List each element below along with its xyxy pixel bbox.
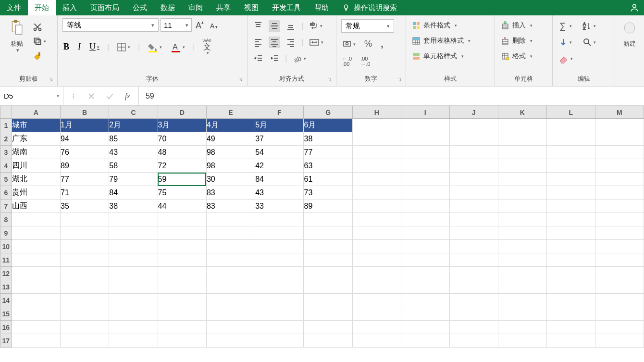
cell-I4[interactable] xyxy=(401,159,449,173)
cell-D8[interactable] xyxy=(158,213,206,226)
align-bottom-button[interactable] xyxy=(285,20,297,32)
cell-A6[interactable]: 贵州 xyxy=(12,186,60,200)
cell-K10[interactable] xyxy=(498,240,546,253)
cell-M11[interactable] xyxy=(595,253,644,267)
cell-L7[interactable] xyxy=(546,200,595,213)
confirm-edit-button[interactable] xyxy=(105,91,115,101)
increase-indent-button[interactable] xyxy=(269,53,280,64)
col-header-L[interactable]: L xyxy=(546,106,595,119)
cell-K12[interactable] xyxy=(498,267,546,280)
cell-M8[interactable] xyxy=(595,213,644,226)
cell-D3[interactable]: 48 xyxy=(158,146,206,159)
tab-layout[interactable]: 页面布局 xyxy=(84,0,126,15)
cell-K7[interactable] xyxy=(498,200,546,213)
cell-F9[interactable] xyxy=(255,226,304,240)
cell-F7[interactable]: 33 xyxy=(255,200,304,213)
font-name-select[interactable]: 等线 ▾ xyxy=(62,18,159,32)
decrease-font-button[interactable]: A▾ xyxy=(208,19,221,31)
account-button[interactable] xyxy=(625,0,644,15)
cell-C4[interactable]: 58 xyxy=(109,159,158,173)
cell-I11[interactable] xyxy=(401,253,449,267)
cell-B7[interactable]: 35 xyxy=(61,200,109,213)
cell-G4[interactable]: 63 xyxy=(304,159,352,173)
cell-K6[interactable] xyxy=(498,186,546,200)
cell-M5[interactable] xyxy=(595,173,644,186)
cell-K1[interactable] xyxy=(498,119,546,132)
cell-L16[interactable] xyxy=(546,321,595,334)
align-left-button[interactable] xyxy=(252,37,264,48)
autosum-button[interactable]: ∑ xyxy=(557,20,573,32)
cell-K14[interactable] xyxy=(498,294,546,307)
cell-H13[interactable] xyxy=(352,280,401,294)
number-format-select[interactable]: 常规 ▾ xyxy=(341,19,394,33)
cell-J12[interactable] xyxy=(449,267,498,280)
cell-I3[interactable] xyxy=(401,146,449,159)
cell-A4[interactable]: 四川 xyxy=(12,159,60,173)
orientation-button[interactable]: ab xyxy=(292,53,307,64)
cell-M7[interactable] xyxy=(595,200,644,213)
cell-I13[interactable] xyxy=(401,280,449,294)
format-as-table-button[interactable]: 套用表格格式 xyxy=(411,36,471,46)
cell-B9[interactable] xyxy=(61,226,109,240)
cell-L14[interactable] xyxy=(546,294,595,307)
row-header-10[interactable]: 10 xyxy=(0,240,12,253)
row-header-12[interactable]: 12 xyxy=(0,267,12,280)
cell-C6[interactable]: 84 xyxy=(109,186,158,200)
col-header-D[interactable]: D xyxy=(158,106,206,119)
cell-J2[interactable] xyxy=(449,132,498,146)
row-header-6[interactable]: 6 xyxy=(0,186,12,200)
tab-view[interactable]: 视图 xyxy=(237,0,265,15)
cell-M10[interactable] xyxy=(595,240,644,253)
cell-H11[interactable] xyxy=(352,253,401,267)
cell-H6[interactable] xyxy=(352,186,401,200)
cell-C10[interactable] xyxy=(109,240,158,253)
row-header-15[interactable]: 15 xyxy=(0,307,12,321)
name-box[interactable]: D5 ▾ xyxy=(0,87,63,105)
cell-M17[interactable] xyxy=(595,334,644,348)
cell-M6[interactable] xyxy=(595,186,644,200)
cell-G6[interactable]: 73 xyxy=(304,186,352,200)
col-header-K[interactable]: K xyxy=(498,106,546,119)
cell-A2[interactable]: 广东 xyxy=(12,132,60,146)
cell-B14[interactable] xyxy=(61,294,109,307)
insert-function-small-icon[interactable] xyxy=(71,92,78,100)
row-header-1[interactable]: 1 xyxy=(0,119,12,132)
cell-G16[interactable] xyxy=(304,321,352,334)
underline-button[interactable]: U xyxy=(88,41,100,53)
font-color-button[interactable]: A xyxy=(170,41,186,53)
increase-font-button[interactable]: A▴ xyxy=(194,19,206,31)
cell-G12[interactable] xyxy=(304,267,352,280)
col-header-J[interactable]: J xyxy=(449,106,498,119)
cell-E15[interactable] xyxy=(206,307,255,321)
cell-H2[interactable] xyxy=(352,132,401,146)
decrease-indent-button[interactable] xyxy=(252,53,264,64)
formula-input[interactable]: 59 xyxy=(139,87,644,105)
number-dialog-launcher[interactable] xyxy=(396,76,403,83)
cell-I1[interactable] xyxy=(401,119,449,132)
cell-C1[interactable]: 2月 xyxy=(109,119,158,132)
cell-H14[interactable] xyxy=(352,294,401,307)
cell-D17[interactable] xyxy=(158,334,206,348)
cell-H9[interactable] xyxy=(352,226,401,240)
cell-D15[interactable] xyxy=(158,307,206,321)
copy-button[interactable] xyxy=(32,36,47,47)
italic-button[interactable]: I xyxy=(77,41,82,53)
tab-share[interactable]: 共享 xyxy=(210,0,237,15)
cell-F11[interactable] xyxy=(255,253,304,267)
cell-I9[interactable] xyxy=(401,226,449,240)
cell-M1[interactable] xyxy=(595,119,644,132)
cell-E1[interactable]: 4月 xyxy=(206,119,255,132)
clear-button[interactable] xyxy=(557,53,574,64)
tell-me-search[interactable]: 操作说明搜索 xyxy=(335,0,404,15)
align-top-button[interactable] xyxy=(252,20,264,32)
cell-K11[interactable] xyxy=(498,253,546,267)
cell-L17[interactable] xyxy=(546,334,595,348)
cell-D2[interactable]: 70 xyxy=(158,132,206,146)
cell-L4[interactable] xyxy=(546,159,595,173)
alignment-dialog-launcher[interactable] xyxy=(326,76,333,83)
cell-E2[interactable]: 49 xyxy=(206,132,255,146)
cell-L11[interactable] xyxy=(546,253,595,267)
row-header-2[interactable]: 2 xyxy=(0,132,12,146)
cell-F6[interactable]: 43 xyxy=(255,186,304,200)
cell-F15[interactable] xyxy=(255,307,304,321)
